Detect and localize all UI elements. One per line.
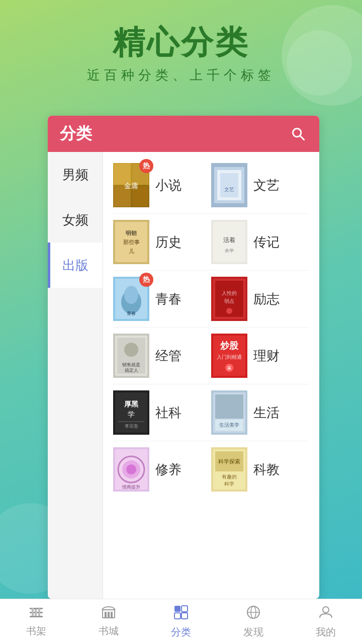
svg-line-1 <box>300 136 304 140</box>
category-jinguan[interactable]: 销售就是 搞定人 经管 <box>113 334 211 378</box>
category-row-2: 明朝 那些事 儿 历史 活着 余华 <box>103 214 319 270</box>
nav-shelf-label: 书架 <box>26 624 46 638</box>
category-row-5: 厚黑 学 李宗吾 社科 <box>103 384 319 441</box>
nav-mine[interactable]: 我的 <box>290 605 362 639</box>
svg-text:科学: 科学 <box>224 481 234 487</box>
svg-text:活着: 活着 <box>223 236 235 244</box>
bottom-nav: 书架 书城 分类 <box>0 599 362 644</box>
svg-text:余华: 余华 <box>225 248 234 253</box>
category-shenghuo[interactable]: 生活美学 生活 <box>211 390 309 435</box>
svg-text:科学探索: 科学探索 <box>218 458 240 464</box>
nav-mine-label: 我的 <box>316 625 336 639</box>
svg-text:那些事: 那些事 <box>123 239 140 245</box>
category-lishi-name: 历史 <box>155 233 182 251</box>
category-zhuanji-name: 传记 <box>253 233 280 251</box>
category-lishi[interactable]: 明朝 那些事 儿 历史 <box>113 220 211 264</box>
svg-rect-14 <box>220 173 238 197</box>
svg-point-39 <box>124 343 138 357</box>
category-wenyi[interactable]: 文艺 文艺 <box>211 163 309 207</box>
category-jinguan-name: 经管 <box>155 347 182 365</box>
nav-discover-label: 发现 <box>243 625 263 639</box>
svg-text:文艺: 文艺 <box>224 187 234 192</box>
category-shenghuo-name: 生活 <box>253 404 280 422</box>
nav-store[interactable]: 书城 <box>72 605 145 638</box>
hot-badge-qingchun: 热 <box>139 273 153 287</box>
category-xiuyang[interactable]: 情商提升 修养 <box>113 447 211 492</box>
svg-text:明朝: 明朝 <box>126 230 137 236</box>
category-sheke-name: 社科 <box>155 404 182 422</box>
svg-rect-74 <box>32 608 34 616</box>
svg-text:青春: 青春 <box>127 311 136 316</box>
category-row-4: 销售就是 搞定人 经管 炒股 入门到精通 赢 <box>103 328 319 384</box>
svg-point-63 <box>126 464 136 474</box>
shelf-icon <box>29 605 44 622</box>
svg-rect-79 <box>108 612 110 618</box>
search-button[interactable] <box>289 125 307 143</box>
store-icon <box>101 605 116 622</box>
card-body: 男频 女频 出版 热 <box>48 152 319 599</box>
category-icon <box>173 605 189 623</box>
discover-icon <box>246 605 261 623</box>
category-kejiao[interactable]: 科学探索 有趣的 科学 科教 <box>211 447 309 492</box>
svg-rect-84 <box>182 613 188 619</box>
svg-text:生活美学: 生活美学 <box>219 422 239 428</box>
category-qingchun[interactable]: 热 青春 青春 <box>113 277 211 321</box>
category-novel-name: 小说 <box>155 177 182 194</box>
main-card: 分类 男频 女频 出版 <box>48 116 319 599</box>
nav-shelf[interactable]: 书架 <box>0 605 72 638</box>
category-sheke[interactable]: 厚黑 学 李宗吾 社科 <box>113 390 211 435</box>
hot-badge-novel: 热 <box>139 159 153 173</box>
svg-rect-82 <box>182 606 188 612</box>
category-lizhi[interactable]: 人性的 弱点 励志 <box>211 277 309 321</box>
svg-rect-6 <box>114 164 130 184</box>
category-kejiao-name: 科教 <box>253 461 280 478</box>
sidebar-item-publish[interactable]: 出版 <box>48 243 103 288</box>
svg-text:学: 学 <box>128 410 135 418</box>
nav-category[interactable]: 分类 <box>145 605 217 639</box>
content-area: 热 金庸 小说 <box>103 152 319 599</box>
svg-text:弱点: 弱点 <box>224 298 234 304</box>
category-novel[interactable]: 热 金庸 小说 <box>113 163 211 207</box>
svg-rect-80 <box>111 612 113 618</box>
sidebar-item-female[interactable]: 女频 <box>48 197 103 243</box>
svg-text:情商提升: 情商提升 <box>122 485 140 490</box>
category-row-6: 情商提升 修养 科学探索 有趣的 科学 <box>103 441 319 498</box>
svg-rect-56 <box>215 394 243 419</box>
svg-rect-75 <box>35 609 37 616</box>
category-wenyi-name: 文艺 <box>253 177 280 194</box>
svg-rect-71 <box>30 608 43 609</box>
svg-rect-81 <box>174 606 180 612</box>
svg-rect-76 <box>38 608 40 616</box>
category-zhuanji[interactable]: 活着 余华 传记 <box>211 220 309 264</box>
svg-text:炒股: 炒股 <box>220 341 239 351</box>
svg-text:厚黑: 厚黑 <box>124 400 139 408</box>
svg-text:儿: 儿 <box>129 248 134 254</box>
nav-category-label: 分类 <box>171 625 191 639</box>
svg-text:入门到精通: 入门到精通 <box>217 354 242 360</box>
svg-rect-83 <box>174 613 180 619</box>
card-header: 分类 <box>48 116 319 152</box>
svg-text:李宗吾: 李宗吾 <box>125 424 138 429</box>
svg-text:赢: 赢 <box>227 366 231 370</box>
category-licai[interactable]: 炒股 入门到精通 赢 理财 <box>211 334 309 378</box>
svg-point-28 <box>124 286 138 304</box>
nav-discover[interactable]: 发现 <box>217 605 290 639</box>
svg-rect-73 <box>30 616 43 617</box>
category-qingchun-name: 青春 <box>155 290 182 308</box>
svg-text:有趣的: 有趣的 <box>222 474 237 479</box>
mine-icon <box>318 605 333 623</box>
category-xiuyang-name: 修养 <box>155 461 182 478</box>
svg-point-88 <box>323 607 329 613</box>
category-row-3: 热 青春 青春 <box>103 271 319 327</box>
header: 精心分类 近百种分类、上千个标签 <box>0 0 362 94</box>
header-subtitle: 近百种分类、上千个标签 <box>0 66 362 84</box>
header-title: 精心分类 <box>0 25 362 60</box>
svg-rect-78 <box>105 612 107 618</box>
sidebar: 男频 女频 出版 <box>48 152 103 599</box>
svg-point-35 <box>226 308 232 314</box>
category-licai-name: 理财 <box>253 347 280 365</box>
svg-text:搞定人: 搞定人 <box>125 368 138 373</box>
sidebar-item-male[interactable]: 男频 <box>48 152 103 197</box>
category-row-1: 热 金庸 小说 <box>103 157 319 213</box>
svg-text:人性的: 人性的 <box>222 290 237 296</box>
